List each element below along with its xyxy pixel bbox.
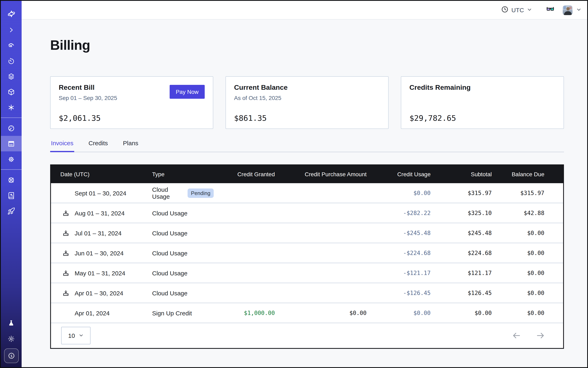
gear-icon xyxy=(7,155,15,163)
app-frame: $ UTC xyxy=(0,0,588,368)
layers-icon xyxy=(7,73,15,80)
spiral-monitor-icon xyxy=(7,41,15,49)
column-header-date: Date (UTC) xyxy=(51,171,143,177)
subtotal-value: $325.10 xyxy=(431,210,492,216)
timezone-label: UTC xyxy=(511,7,524,13)
credit-usage-value: $0.00 xyxy=(367,190,431,196)
invoice-type: Cloud Usage xyxy=(152,186,184,200)
account-menu-button[interactable] xyxy=(576,6,581,14)
subtotal-value: $0.00 xyxy=(431,310,492,316)
sidebar: $ xyxy=(1,1,22,367)
sidebar-item-layers[interactable] xyxy=(1,69,22,84)
credit-purchase-value: $0.00 xyxy=(275,310,367,316)
sun-icon xyxy=(7,335,15,342)
invoice-date: May 01 – 31, 2024 xyxy=(75,269,125,276)
current-balance-amount: $861.35 xyxy=(234,113,380,122)
credit-usage-value: -$245.48 xyxy=(367,230,431,236)
table-row: Sept 01 – 30, 2024 Cloud Usage Pending $… xyxy=(51,183,563,203)
sidebar-collapse[interactable] xyxy=(1,22,22,37)
column-header-credit-granted: Credit Granted xyxy=(214,171,275,177)
pay-now-button[interactable]: Pay Now xyxy=(170,85,205,99)
credit-usage-value: $0.00 xyxy=(367,310,431,316)
flask-icon xyxy=(7,319,15,327)
sidebar-item-cube[interactable] xyxy=(1,84,22,100)
download-icon[interactable] xyxy=(62,269,69,276)
reader-mode-button[interactable] xyxy=(546,5,555,15)
main-area: UTC xyxy=(22,1,587,367)
glasses-icon xyxy=(546,5,555,15)
sidebar-item-helm[interactable] xyxy=(1,172,22,188)
sidebar-item-monitor[interactable] xyxy=(1,37,22,53)
billing-icon xyxy=(7,140,15,147)
invoice-table-body: Sept 01 – 30, 2024 Cloud Usage Pending $… xyxy=(51,183,563,323)
table-row: Jul 01 – 31, 2024 Cloud Usage -$245.48 $… xyxy=(51,223,563,243)
topbar: UTC xyxy=(22,1,587,19)
chevron-down-icon xyxy=(79,332,84,339)
next-page-button[interactable] xyxy=(536,331,545,340)
sidebar-logo[interactable] xyxy=(1,6,22,22)
table-row: Apr 01, 2024 Sign Up Credit $1,000.00 $0… xyxy=(51,303,563,323)
tab-invoices[interactable]: Invoices xyxy=(50,139,74,152)
sidebar-item-history[interactable] xyxy=(1,53,22,69)
subtotal-value: $126.45 xyxy=(431,290,492,296)
recent-bill-card: Recent Bill Sep 01 – Sep 30, 2025 $2,061… xyxy=(50,76,213,129)
download-icon[interactable] xyxy=(62,230,69,236)
current-balance-card: Current Balance As of Oct 15, 2025 $861.… xyxy=(226,76,389,129)
sidebar-divider xyxy=(1,118,22,118)
table-row: May 01 – 31, 2024 Cloud Usage -$121.17 $… xyxy=(51,263,563,283)
invoice-date: Jul 01 – 31, 2024 xyxy=(75,230,121,236)
svg-text:$: $ xyxy=(10,354,12,358)
sidebar-item-theme[interactable] xyxy=(1,331,22,346)
download-icon[interactable] xyxy=(62,249,69,257)
download-icon[interactable] xyxy=(62,289,69,296)
sidebar-item-usage[interactable] xyxy=(1,120,22,136)
column-header-credit-purchase: Credit Purchase Amount xyxy=(275,171,367,177)
invoice-type: Cloud Usage xyxy=(152,269,187,276)
recent-bill-amount: $2,061.35 xyxy=(59,113,205,122)
page-size-select[interactable]: 10 xyxy=(61,327,90,344)
book-sparkle-icon xyxy=(7,192,15,199)
invoice-date: Apr 01 – 30, 2024 xyxy=(75,289,123,296)
tab-credits[interactable]: Credits xyxy=(88,139,109,152)
sidebar-divider xyxy=(1,169,22,170)
subtotal-value: $315.97 xyxy=(431,190,492,196)
page-title: Billing xyxy=(50,37,564,54)
subtotal-value: $121.17 xyxy=(431,270,492,276)
billing-page: Billing Recent Bill Sep 01 – Sep 30, 202… xyxy=(22,19,587,367)
dollar-badge-icon: $ xyxy=(7,352,15,360)
clock-icon xyxy=(501,6,508,15)
balance-due-value: $42.88 xyxy=(492,210,563,216)
summary-cards: Recent Bill Sep 01 – Sep 30, 2025 $2,061… xyxy=(50,76,564,129)
balance-due-value: $0.00 xyxy=(492,230,563,236)
timezone-selector[interactable]: UTC xyxy=(501,6,532,15)
chevron-down-icon xyxy=(576,6,581,14)
sidebar-item-billing[interactable] xyxy=(1,136,22,151)
orbit-logo-icon xyxy=(7,9,16,18)
credit-usage-value: -$126.45 xyxy=(367,290,431,296)
chevron-down-icon xyxy=(527,6,532,14)
cube-icon xyxy=(7,88,15,96)
page-size-value: 10 xyxy=(68,332,75,339)
download-icon[interactable] xyxy=(62,210,69,216)
avatar[interactable] xyxy=(563,5,572,15)
invoice-type: Cloud Usage xyxy=(152,230,187,236)
status-badge: Pending xyxy=(188,188,214,198)
invoice-type: Sign Up Credit xyxy=(152,309,192,316)
table-row: Apr 01 – 30, 2024 Cloud Usage -$126.45 $… xyxy=(51,283,563,303)
column-header-type: Type xyxy=(143,171,214,177)
tab-plans[interactable]: Plans xyxy=(122,139,139,152)
sidebar-item-quickstart[interactable] xyxy=(1,203,22,219)
sidebar-item-docs[interactable] xyxy=(1,188,22,203)
credit-usage-value: -$224.68 xyxy=(367,250,431,256)
sidebar-item-settings[interactable] xyxy=(1,151,22,167)
sidebar-item-labs[interactable] xyxy=(1,315,22,331)
gauge-icon xyxy=(7,124,15,132)
chevron-right-icon xyxy=(8,26,15,33)
sidebar-credits-button[interactable]: $ xyxy=(4,349,18,363)
credits-remaining-card: Credits Remaining $29,782.65 xyxy=(401,76,564,129)
table-header: Date (UTC) Type Credit Granted Credit Pu… xyxy=(51,165,563,183)
previous-page-button[interactable] xyxy=(512,331,521,340)
column-header-credit-usage: Credit Usage xyxy=(367,171,431,177)
card-title: Current Balance xyxy=(234,84,380,92)
sidebar-item-asterisk[interactable] xyxy=(1,100,22,115)
